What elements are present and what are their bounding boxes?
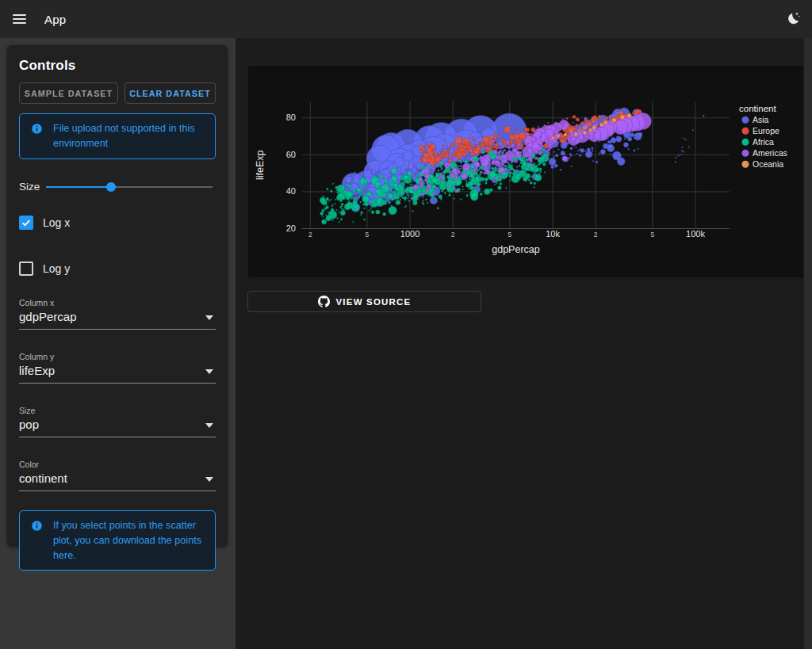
controls-heading: Controls xyxy=(19,58,216,74)
caret-down-icon xyxy=(205,369,213,374)
clear-dataset-button[interactable]: CLEAR DATASET xyxy=(124,82,216,104)
svg-text:continent: continent xyxy=(739,104,776,113)
size-slider-row: Size xyxy=(19,181,216,193)
sample-dataset-button[interactable]: SAMPLE DATASET xyxy=(19,82,118,104)
sidebar-column: Controls SAMPLE DATASET CLEAR DATASET Fi… xyxy=(0,38,236,649)
svg-text:80: 80 xyxy=(286,113,296,122)
dropdown-value: pop xyxy=(19,418,216,432)
dropdown-value: lifeExp xyxy=(19,364,216,378)
log-x-checkbox[interactable] xyxy=(19,216,33,230)
caret-down-icon xyxy=(205,423,213,428)
caret-down-icon xyxy=(205,477,213,482)
size-slider[interactable] xyxy=(46,181,213,193)
dropdown-label: Size xyxy=(19,406,216,415)
dropdown-size[interactable]: Size pop xyxy=(19,406,216,437)
dropdown-label: Column x xyxy=(19,298,216,307)
scrollbar-track[interactable] xyxy=(804,38,812,649)
svg-text:5: 5 xyxy=(650,231,654,239)
upload-info-alert: File upload not supported in this enviro… xyxy=(19,113,216,159)
svg-text:Europe: Europe xyxy=(753,126,779,136)
dropdown-color[interactable]: Color continent xyxy=(19,460,216,491)
app-bar: App xyxy=(0,0,812,38)
svg-text:Americas: Americas xyxy=(753,148,787,158)
dropdown-value: continent xyxy=(19,471,216,486)
svg-text:2: 2 xyxy=(451,231,455,239)
svg-text:Africa: Africa xyxy=(753,137,774,147)
menu-button[interactable] xyxy=(3,3,35,35)
github-icon xyxy=(318,296,330,307)
dataset-buttons: SAMPLE DATASET CLEAR DATASET xyxy=(19,82,216,104)
info-icon xyxy=(31,123,43,135)
size-slider-label: Size xyxy=(19,181,46,193)
upload-alert-text: File upload not supported in this enviro… xyxy=(53,121,207,151)
dropdown-column-x[interactable]: Column x gdpPercap xyxy=(19,298,216,330)
dropdown-value: gdpPercap xyxy=(19,310,216,324)
svg-text:Oceania: Oceania xyxy=(753,159,783,169)
svg-text:lifeExp: lifeExp xyxy=(255,150,266,180)
log-y-row: Log y xyxy=(19,262,216,276)
svg-text:2: 2 xyxy=(308,231,312,239)
slider-thumb[interactable] xyxy=(106,182,116,192)
svg-text:1000: 1000 xyxy=(400,229,419,239)
dropdown-label: Color xyxy=(19,460,216,469)
slider-fill xyxy=(46,186,111,188)
check-icon xyxy=(21,217,32,228)
svg-text:100k: 100k xyxy=(686,229,705,239)
controls-panel: Controls SAMPLE DATASET CLEAR DATASET Fi… xyxy=(7,45,228,547)
svg-text:Asia: Asia xyxy=(753,115,769,124)
moon-icon xyxy=(784,10,802,28)
scatter-plot[interactable]: 204060802510002510k25100kgdpPercaplifeEx… xyxy=(248,66,803,277)
chart-card: 204060802510002510k25100kgdpPercaplifeEx… xyxy=(248,66,803,277)
svg-text:20: 20 xyxy=(286,223,296,233)
log-x-label[interactable]: Log x xyxy=(43,216,70,229)
svg-text:5: 5 xyxy=(366,231,370,239)
svg-text:gdpPercap: gdpPercap xyxy=(492,244,540,255)
log-x-row: Log x xyxy=(19,216,216,230)
view-source-label: VIEW SOURCE xyxy=(336,297,412,307)
log-y-label[interactable]: Log y xyxy=(43,262,70,275)
view-source-button[interactable]: VIEW SOURCE xyxy=(247,291,481,312)
app-title: App xyxy=(44,13,66,26)
dropdown-label: Column y xyxy=(19,352,216,361)
theme-toggle-button[interactable] xyxy=(782,10,804,30)
svg-text:5: 5 xyxy=(508,231,511,239)
download-alert-text: If you select points in the scatter plot… xyxy=(53,518,207,563)
menu-icon xyxy=(13,14,26,16)
svg-text:40: 40 xyxy=(286,186,296,196)
svg-text:10k: 10k xyxy=(546,229,560,239)
dropdown-column-y[interactable]: Column y lifeExp xyxy=(19,352,216,384)
info-icon xyxy=(31,520,43,532)
svg-text:2: 2 xyxy=(594,231,598,239)
caret-down-icon xyxy=(205,315,213,320)
log-y-checkbox[interactable] xyxy=(19,262,33,276)
download-info-alert: If you select points in the scatter plot… xyxy=(19,510,216,571)
svg-text:60: 60 xyxy=(286,150,296,159)
